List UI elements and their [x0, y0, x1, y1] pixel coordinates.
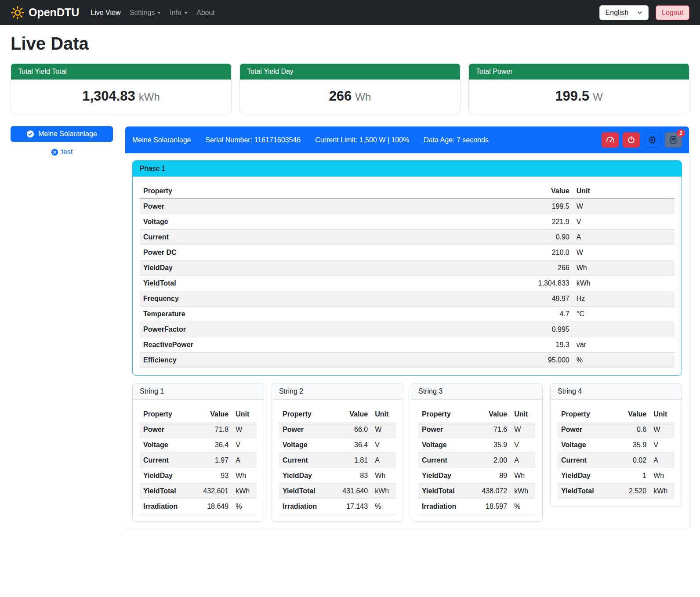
value-cell: 0.6 [607, 422, 650, 438]
limit-settings-button[interactable] [602, 132, 619, 148]
inverter-select-label: Meine Solaranlage [38, 130, 97, 138]
nav-item-live-view[interactable]: Live View [86, 5, 125, 20]
table-row: YieldDay 1 Wh [558, 468, 675, 484]
nav-item-info[interactable]: Info [165, 5, 192, 20]
card-value: 266 [329, 88, 352, 104]
property-cell: YieldDay [558, 468, 607, 484]
value-cell: 432.601 [189, 484, 232, 499]
table-row: YieldTotal 2.520 kWh [558, 484, 675, 499]
value-cell: 36.4 [328, 438, 371, 453]
unit-cell: V [573, 214, 675, 230]
unit-cell: W [232, 422, 257, 438]
string-card-1: String 1 Property Value Unit [132, 383, 264, 522]
column-property: Property [558, 407, 607, 422]
brand[interactable]: OpenDTU [11, 6, 79, 20]
table-row: Current 0.02 A [558, 453, 675, 468]
table-row: YieldTotal 1,304.833 kWh [140, 276, 675, 291]
inverter-item-test[interactable]: test [11, 148, 113, 156]
table-row: Power 71.8 W [140, 422, 257, 438]
nav-links: Live View Settings Info About [86, 5, 219, 20]
unit-cell: A [573, 230, 675, 245]
unit-cell: W [650, 422, 675, 438]
event-count-badge: 2 [677, 129, 685, 137]
value-cell: 2.520 [607, 484, 650, 499]
device-info-button[interactable] [644, 132, 661, 148]
x-circle-icon [51, 148, 58, 156]
property-cell: ReactivePower [140, 337, 407, 353]
nav-item-label: Settings [129, 9, 155, 17]
property-cell: PowerFactor [140, 322, 407, 337]
property-cell: YieldTotal [418, 484, 468, 499]
value-cell: 35.9 [607, 438, 650, 453]
property-cell: Power [558, 422, 607, 438]
nav-item-settings[interactable]: Settings [125, 5, 165, 20]
unit-cell: % [371, 499, 396, 514]
card-body: 199.5W [469, 80, 689, 113]
unit-cell: % [232, 499, 257, 514]
card-unit: Wh [355, 91, 371, 103]
value-cell: 18.649 [189, 499, 232, 514]
column-unit: Unit [573, 184, 675, 199]
card-body: 266Wh [240, 80, 460, 113]
page-title: Live Data [11, 34, 689, 54]
table-row: Power 0.6 W [558, 422, 675, 438]
string-card-body: Property Value Unit Power 0. [551, 400, 682, 499]
card-unit: W [593, 91, 603, 103]
unit-cell: Wh [573, 261, 675, 276]
string-card-title: String 2 [272, 384, 403, 400]
column-unit: Unit [232, 407, 257, 422]
unit-cell: A [232, 453, 257, 468]
table-row: Power 199.5 W [140, 199, 675, 214]
inverter-name: Meine Solaranlage [132, 136, 191, 144]
main-row: Meine Solaranlage test Meine Solaranlage [11, 126, 689, 529]
column-value: Value [468, 407, 511, 422]
table-row: Frequency 49.97 Hz [140, 291, 675, 307]
language-select[interactable]: English [599, 5, 649, 20]
value-cell: 266 [407, 261, 573, 276]
string-table: Property Value Unit Power 0. [558, 407, 675, 499]
card-body: 1,304.83kWh [11, 80, 231, 113]
string-card-title: String 4 [551, 384, 682, 400]
table-row: Voltage 36.4 V [140, 438, 257, 453]
nav-right: English Logout [599, 5, 689, 20]
table-row: Irradiation 18.597 % [418, 499, 535, 514]
table-row: Power DC 210.0 W [140, 245, 675, 261]
string-table-body: Power 0.6 W Voltage 35.9 V [558, 422, 675, 499]
property-cell: Irradiation [279, 499, 328, 514]
table-row: Temperature 4.7 °C [140, 307, 675, 322]
table-row: Voltage 221.9 V [140, 214, 675, 230]
inverter-serial: Serial Number: 116171603546 [205, 136, 301, 144]
table-row: YieldDay 83 Wh [279, 468, 396, 484]
string-card-body: Property Value Unit Power 71 [133, 400, 264, 514]
logout-button[interactable]: Logout [656, 5, 689, 20]
unit-cell: V [371, 438, 396, 453]
value-cell: 0.995 [407, 322, 573, 337]
table-row: Current 2.00 A [418, 453, 535, 468]
check-circle-icon [26, 130, 34, 138]
column-value: Value [407, 184, 573, 199]
string-card-4: String 4 Property Value Unit [550, 383, 682, 507]
value-cell: 36.4 [189, 438, 232, 453]
card-title: Total Power [469, 64, 689, 80]
card-total-yield-total: Total Yield Total 1,304.83kWh [11, 63, 232, 113]
table-header-row: Property Value Unit [279, 407, 396, 422]
nav-item-about[interactable]: About [192, 5, 219, 20]
unit-cell: Wh [511, 468, 535, 484]
property-cell: YieldDay [140, 468, 189, 484]
strings-row: String 1 Property Value Unit [132, 383, 682, 522]
property-cell: Power [279, 422, 328, 438]
property-cell: YieldTotal [140, 276, 407, 291]
inverter-select-button[interactable]: Meine Solaranlage [11, 126, 113, 142]
event-log-button[interactable]: 2 [665, 132, 682, 148]
table-row: YieldTotal 438.072 kWh [418, 484, 535, 499]
unit-cell: Wh [650, 468, 675, 484]
table-row: Power 71.6 W [418, 422, 535, 438]
power-toggle-button[interactable] [623, 132, 640, 148]
gauge-icon [606, 136, 615, 145]
unit-cell: W [573, 245, 675, 261]
column-property: Property [140, 184, 407, 199]
table-row: YieldDay 266 Wh [140, 261, 675, 276]
string-card-title: String 3 [411, 384, 542, 400]
inverter-data-age: Data Age: 7 seconds [424, 136, 489, 144]
inverter-sidebar: Meine Solaranlage test [11, 126, 113, 156]
